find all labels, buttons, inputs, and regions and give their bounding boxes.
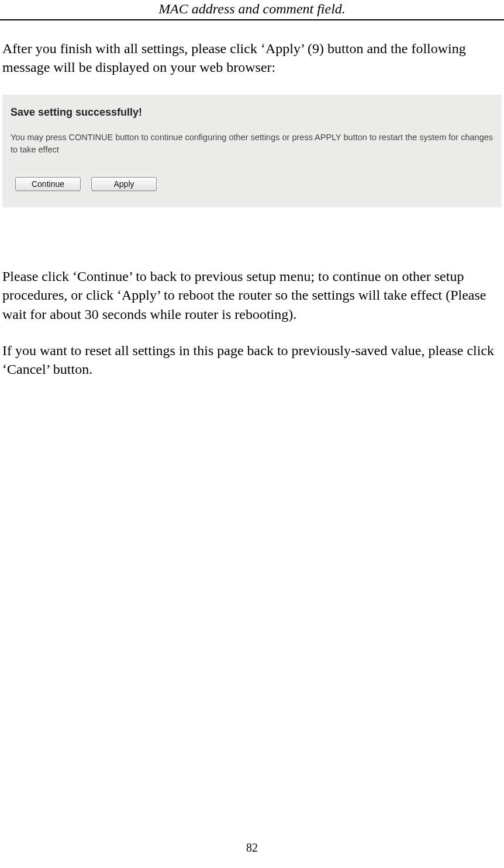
paragraph-intro: After you finish with all settings, plea… <box>2 39 500 77</box>
spacer <box>0 207 504 248</box>
paragraph-continue: Please click ‘Continue’ to back to previ… <box>2 267 500 324</box>
page-header: MAC address and comment field. <box>0 0 504 20</box>
screenshot-panel: Save setting successfully! You may press… <box>2 95 502 207</box>
paragraph-cancel: If you want to reset all settings in thi… <box>2 341 500 379</box>
body-content-lower: Please click ‘Continue’ to back to previ… <box>0 267 504 379</box>
continue-button[interactable]: Continue <box>15 177 81 191</box>
header-title: MAC address and comment field. <box>158 1 346 16</box>
body-content: After you finish with all settings, plea… <box>0 39 504 77</box>
screenshot-description: You may press CONTINUE button to continu… <box>11 131 493 156</box>
button-row: Continue Apply <box>11 177 493 191</box>
apply-button[interactable]: Apply <box>91 177 157 191</box>
screenshot-title: Save setting successfully! <box>11 106 493 119</box>
